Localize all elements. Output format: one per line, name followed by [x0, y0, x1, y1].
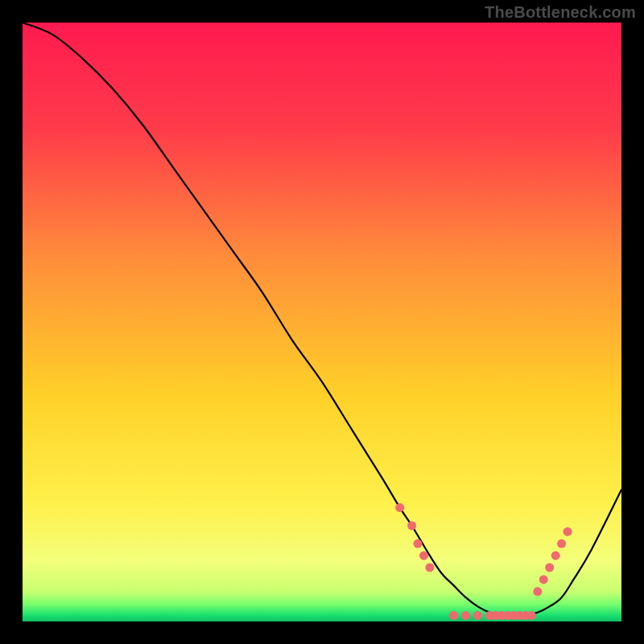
data-marker	[414, 539, 423, 548]
data-marker	[395, 503, 404, 512]
data-marker	[527, 611, 536, 620]
data-marker	[557, 539, 566, 548]
gradient-background	[23, 23, 621, 621]
bottleneck-chart	[23, 23, 621, 621]
data-marker	[551, 551, 560, 560]
attribution-text: TheBottleneck.com	[485, 3, 636, 22]
data-marker	[407, 522, 416, 530]
chart-svg	[23, 23, 621, 621]
data-marker	[473, 611, 482, 620]
data-marker	[564, 527, 572, 536]
data-marker	[419, 551, 428, 560]
data-marker	[539, 575, 548, 584]
data-marker	[461, 611, 470, 620]
data-marker	[533, 587, 542, 596]
data-marker	[425, 564, 434, 572]
data-marker	[545, 564, 554, 572]
data-marker	[449, 611, 458, 620]
